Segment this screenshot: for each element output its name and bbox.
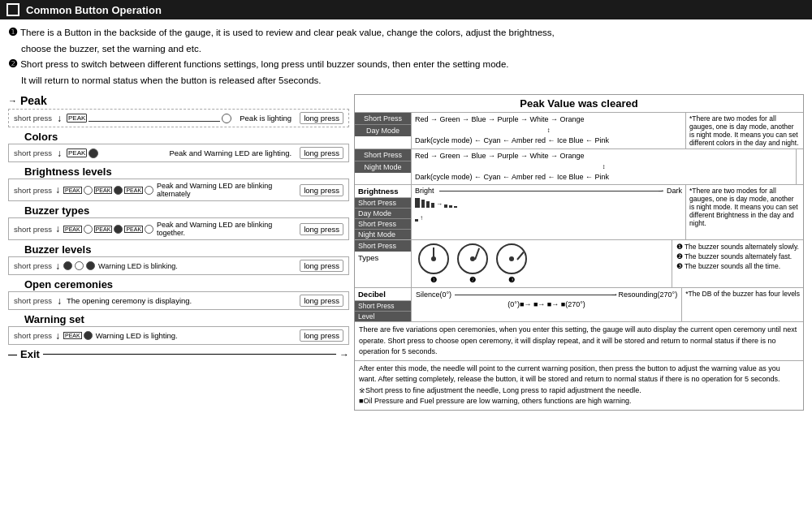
open-long-press: long press [300,295,343,307]
decibel-left-col: Decibel Short Press Level [355,288,412,321]
peak-circle-led [222,114,231,123]
open-ceremony-text: The opening ceremony is displaying. [67,296,295,305]
buzzer-sp-label: Short Press [355,240,411,252]
color-night-line1: Red → Green → Blue → Purple → White → Or… [415,151,793,162]
color-day-arrow: ↕ [415,126,682,136]
intro-line2: Short press to switch between different … [20,59,508,69]
open-right-text: There are five variations open ceremonie… [359,325,797,355]
buzzer-levels-title: Buzzer levels [24,243,349,256]
warning-set-row-box: short press ↓ PEAK Warning LED is lighti… [8,326,349,345]
b-badge3: PEAK [124,187,143,194]
brightness-arrow-line: → [439,191,662,191]
brightness-right-section: Brightness Short Press Day Mode Short Pr… [355,185,803,240]
decibel-note: *The DB of the buzzer has four levels [681,288,803,321]
bl-led2 [75,261,84,270]
colors-short-label: short press [14,148,52,157]
buzzer-types-label: Types [355,252,411,264]
brightness-arrow-row: Bright → Dark [415,187,682,195]
bl-led1 [63,261,72,270]
bar-dots1: → [436,200,443,208]
b-led3 [145,186,153,195]
intro-text: ❶ There is a Button in the backside of t… [8,24,804,88]
buzzer-right-section: Short Press Types [355,240,803,288]
warning-note-1: ※Short press to fine adjustment the need… [359,385,799,397]
warning-set-title: Warning set [24,313,349,325]
decibel-sub-row: (0°)■→ ■→ ■→ ■(270°) [416,300,677,308]
color-night-arrow: ↕ [415,162,793,172]
peak-short-label: short press [14,114,52,123]
color-row-1: Short Press Day Mode Red → Green → Blue … [355,113,803,148]
color-note: *There are two modes for all gauges, one… [685,113,803,148]
brightness-night-header: Short Press [355,218,411,229]
center-2 [470,256,475,261]
brightness-right-content: Bright → Dark [412,185,685,239]
needle-3 [516,250,525,260]
buzzer-levels-section: Buzzer levels short press ↓ Warning LED … [8,243,349,275]
b-led1 [84,186,93,195]
intro-num-1: ❶ [8,26,18,38]
open-arrow-down: ↓ [57,295,62,307]
header-title: Common Button Operation [26,4,162,16]
nbar1 [415,219,418,222]
brightness-right-row: Brightness Short Press Day Mode Short Pr… [355,185,803,239]
buzzer-num-2: ❷ [469,276,476,284]
buzzer-levels-long-press: long press [300,260,343,272]
two-col-layout: → Peak short press ↓ PEAK Peak is lighti… [8,94,804,411]
buzzer-levels-leds [63,261,95,270]
bar7 [454,206,457,208]
color-night-line2: Dark(cycle mode) ← Cyan ← Amber red ← Ic… [415,172,793,183]
buzzer-gauge-1 [418,243,449,274]
center-1 [431,256,436,261]
buzzer-right-row: Short Press Types [355,240,803,287]
buzzer-gauge-2 [457,243,488,274]
color-night-left-col: Short Press Night Mode [355,149,412,184]
header-bar: Common Button Operation [0,0,812,19]
nbar-arrow: ↑ [420,214,423,222]
color-row-2: Short Press Night Mode Red → Green → Blu… [355,148,803,184]
bt-badge2: PEAK [94,226,113,233]
peak-badge: PEAK [67,114,87,123]
w-led [84,331,93,340]
colors-badge: PEAK [67,148,87,157]
brightness-leds: PEAK PEAK PEAK [63,186,153,195]
brightness-title: Brightness levels [24,166,349,178]
peak-title: Peak [20,94,47,107]
buzzer-types-arrow-down: ↓ [55,223,60,235]
bt-led3 [145,225,153,234]
peak-long-press: long press [300,112,343,124]
buzzer-right-left-col: Short Press Types [355,240,412,287]
color-day-line1: Red → Green → Blue → Purple → White → Or… [415,114,682,126]
buzzer-types-title: Buzzer types [24,204,349,217]
color-night-header: Night Mode [355,161,411,173]
buzzer-types-row-box: short press ↓ PEAK PEAK PEAK Peak and Wa… [8,217,349,240]
intro-line1: There is a Button in the backside of the… [20,28,555,37]
decibel-label: Decibel [355,288,411,301]
b-badge1: PEAK [63,187,82,194]
buzzer-types-short-label: short press [14,225,52,234]
bt-badge1: PEAK [63,226,82,233]
colors-filled-led [89,148,98,158]
exit-line [43,354,336,355]
needle-2 [474,248,480,260]
brightness-alt-label: Peak and Warning LED are blinking altern… [157,182,296,198]
exit-dash: — [8,350,17,359]
buzzer-levels-short-label: short press [14,261,52,270]
color-night-content: Red → Green → Blue → Purple → White → Or… [412,149,796,184]
warning-set-section: Warning set short press ↓ PEAK Warning L… [8,313,349,345]
color-left-col: Short Press Day Mode [355,113,412,148]
peak-section: → Peak short press ↓ PEAK Peak is lighti… [8,94,349,127]
buzzer-note-3: ❸ The buzzer sounds all the time. [676,262,799,270]
bar4 [431,203,434,208]
open-short-label: short press [14,296,52,305]
peak-led-area: PEAK [67,114,231,123]
warning-short-label: short press [14,331,52,340]
decibel-section: Decibel Short Press Level Silence(0°) → [355,288,803,322]
brightness-section: Brightness levels short press ↓ PEAK PEA… [8,166,349,201]
colors-title: Colors [24,131,349,143]
brightness-label: Brightness [355,185,411,198]
b-led2 [114,186,123,195]
brightness-right-left-col: Brightness Short Press Day Mode Short Pr… [355,185,412,239]
color-sp-header: Short Press [355,113,411,124]
intro-num-2: ❷ [8,58,18,70]
brightness-short-label: short press [14,186,52,195]
